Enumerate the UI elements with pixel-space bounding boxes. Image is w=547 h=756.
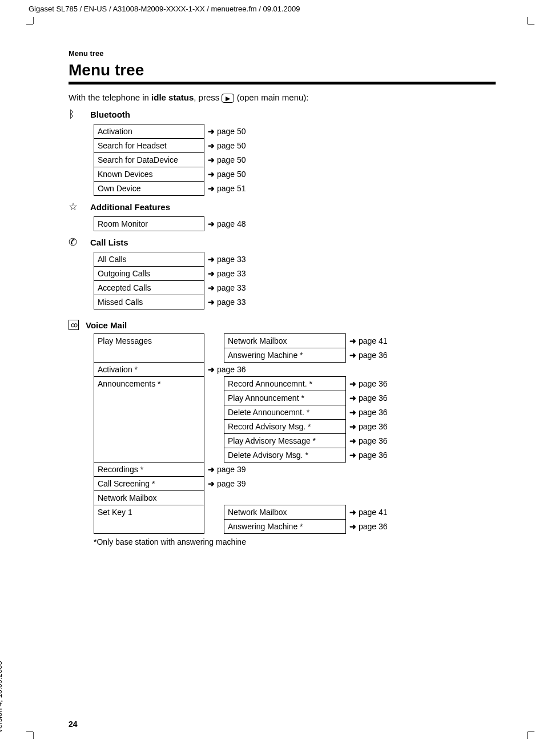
sub-item: Answering Machine * xyxy=(224,348,346,363)
page-ref: ➜page 41 xyxy=(346,505,405,520)
table-row: Missed Calls➜page 33 xyxy=(94,295,263,309)
page-ref: ➜page 36 xyxy=(346,434,405,448)
sub-item: Delete Advisory Msg. * xyxy=(224,448,346,463)
table-row: Announcements * Record Announcemnt. * ➜p… xyxy=(94,377,405,391)
call-lists-label: Call Lists xyxy=(90,238,128,247)
page-ref: ➜page 36 xyxy=(204,363,346,377)
star-icon: ☆ xyxy=(69,200,90,213)
menu-item: Accepted Calls xyxy=(94,281,204,295)
table-row: Activation * ➜page 36 xyxy=(94,363,405,377)
menu-item: Call Screening * xyxy=(94,477,204,491)
page-ref: ➜page 36 xyxy=(346,348,405,363)
phone-icon: ✆ xyxy=(69,236,90,248)
menu-item: Missed Calls xyxy=(94,295,204,309)
voice-mail-label: Voice Mail xyxy=(86,320,127,330)
menu-item: All Calls xyxy=(94,252,204,267)
table-row: Room Monitor➜page 48 xyxy=(94,217,263,231)
bluetooth-label: Bluetooth xyxy=(90,110,130,119)
menu-item: Known Devices xyxy=(94,167,204,182)
sub-item: Network Mailbox xyxy=(224,334,346,348)
table-row: Network Mailbox xyxy=(94,491,405,505)
page-ref: ➜page 36 xyxy=(346,420,405,434)
call-lists-section: ✆ Call Lists All Calls➜page 33 Outgoing … xyxy=(69,236,496,309)
menu-item: Search for DataDevice xyxy=(94,153,204,167)
page-number: 24 xyxy=(69,719,78,729)
page-ref: ➜page 33 xyxy=(204,281,263,295)
sub-item: Network Mailbox xyxy=(224,505,346,520)
additional-table: Room Monitor➜page 48 xyxy=(94,216,263,231)
voicemail-icon: ꚙ xyxy=(69,320,79,330)
page-ref: ➜page 36 xyxy=(346,448,405,463)
sub-item: Record Advisory Msg. * xyxy=(224,420,346,434)
intro-text: With the telephone in idle status, press… xyxy=(69,93,496,103)
page-ref: ➜page 36 xyxy=(346,391,405,405)
intro-prefix: With the telephone in xyxy=(69,93,151,102)
page-ref: ➜page 51 xyxy=(204,182,263,196)
sub-item: Record Announcemnt. * xyxy=(224,377,346,391)
menu-item: Outgoing Calls xyxy=(94,267,204,281)
menu-item: Play Messages xyxy=(94,334,204,363)
page-ref: ➜page 48 xyxy=(204,217,263,231)
page-ref: ➜page 36 xyxy=(346,377,405,391)
menu-item: Room Monitor xyxy=(94,217,204,231)
page-ref: ➜page 33 xyxy=(204,295,263,309)
page-ref: ➜page 33 xyxy=(204,252,263,267)
menu-item: Own Device xyxy=(94,182,204,196)
title-rule xyxy=(69,82,496,85)
running-head: Menu tree xyxy=(69,49,496,58)
page-ref: ➜page 50 xyxy=(204,139,263,153)
bluetooth-section: ᛒ Bluetooth Activation➜page 50 Search fo… xyxy=(69,108,496,196)
additional-features-section: ☆ Additional Features Room Monitor➜page … xyxy=(69,200,496,231)
voice-mail-section: ꚙ Voice Mail Play Messages Network Mailb… xyxy=(69,320,496,546)
sub-item: Play Announcement * xyxy=(224,391,346,405)
bluetooth-icon: ᛒ xyxy=(69,108,90,120)
page-ref: ➜page 36 xyxy=(346,405,405,420)
page-ref: ➜page 50 xyxy=(204,167,263,182)
menu-item: Network Mailbox xyxy=(94,491,204,505)
page-ref: ➜page 36 xyxy=(346,520,405,534)
bluetooth-table: Activation➜page 50 Search for Headset➜pa… xyxy=(94,124,263,196)
page-ref: ➜page 39 xyxy=(204,463,346,477)
page-title: Menu tree xyxy=(69,61,496,79)
sub-item: Play Advisory Message * xyxy=(224,434,346,448)
menu-item: Announcements * xyxy=(94,377,204,463)
table-row: Activation➜page 50 xyxy=(94,124,263,139)
page-ref: ➜page 33 xyxy=(204,267,263,281)
intro-bold: idle status xyxy=(151,93,194,102)
version-text: Version 4, 16.09.2005 xyxy=(0,661,3,734)
page-ref: ➜page 50 xyxy=(204,153,263,167)
page-ref: ➜page 50 xyxy=(204,124,263,139)
menu-item: Recordings * xyxy=(94,463,204,477)
table-row: Own Device➜page 51 xyxy=(94,182,263,196)
table-row: Outgoing Calls➜page 33 xyxy=(94,267,263,281)
intro-mid: , press xyxy=(194,93,222,102)
menu-item: Activation * xyxy=(94,363,204,377)
table-row: Known Devices➜page 50 xyxy=(94,167,263,182)
menu-item: Activation xyxy=(94,124,204,139)
table-row: Recordings * ➜page 39 xyxy=(94,463,405,477)
call-lists-table: All Calls➜page 33 Outgoing Calls➜page 33… xyxy=(94,252,263,309)
page-ref: ➜page 39 xyxy=(204,477,346,491)
menu-item: Search for Headset xyxy=(94,139,204,153)
table-row: Accepted Calls➜page 33 xyxy=(94,281,263,295)
sub-item: Answering Machine * xyxy=(224,520,346,534)
table-row: Set Key 1 Network Mailbox ➜page 41 xyxy=(94,505,405,520)
intro-suffix: (open main menu): xyxy=(234,93,308,102)
table-row: Search for Headset➜page 50 xyxy=(94,139,263,153)
menu-item: Set Key 1 xyxy=(94,505,204,534)
additional-features-label: Additional Features xyxy=(90,202,170,212)
table-row: Search for DataDevice➜page 50 xyxy=(94,153,263,167)
table-row: Call Screening * ➜page 39 xyxy=(94,477,405,491)
table-row: All Calls➜page 33 xyxy=(94,252,263,267)
page-ref: ➜page 41 xyxy=(346,334,405,348)
table-row: Play Messages Network Mailbox ➜page 41 xyxy=(94,334,405,348)
footnote: *Only base station with answering machin… xyxy=(94,537,496,546)
voice-mail-table: Play Messages Network Mailbox ➜page 41 A… xyxy=(94,333,404,534)
sub-item: Delete Announcemnt. * xyxy=(224,405,346,420)
connector xyxy=(204,334,224,348)
main-menu-key-icon: ▶ xyxy=(222,94,234,103)
